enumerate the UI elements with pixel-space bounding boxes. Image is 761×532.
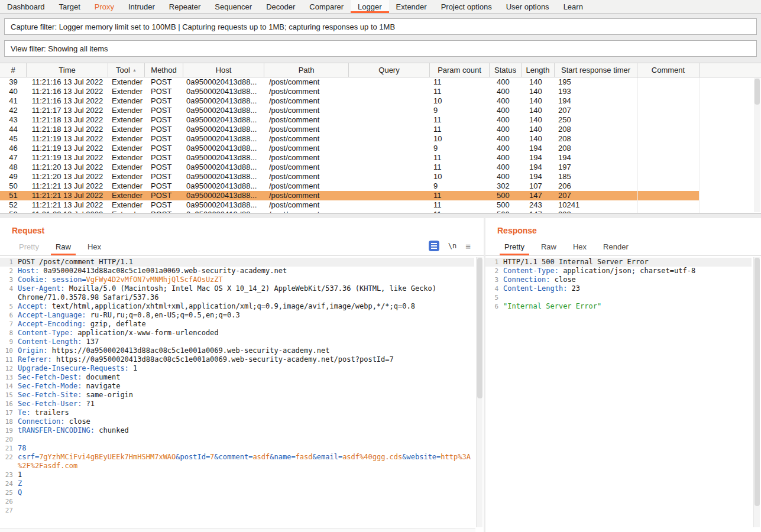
tab-intruder[interactable]: Intruder <box>121 0 162 13</box>
table-row[interactable]: 5011:21:21 13 Jul 2022ExtenderPOST0a9500… <box>0 181 700 191</box>
table-row[interactable]: 5311:21:22 13 Jul 2022ExtenderPOST0a9500… <box>0 210 700 213</box>
column-header-filler <box>700 63 761 77</box>
table-row[interactable]: 3911:21:16 13 Jul 2022ExtenderPOST0a9500… <box>0 77 700 87</box>
table-row[interactable]: 4911:21:20 13 Jul 2022ExtenderPOST0a9500… <box>0 172 700 181</box>
newline-toggle-icon[interactable]: \n <box>448 242 456 250</box>
response-tab-pretty[interactable]: Pretty <box>496 239 533 255</box>
tab-learn[interactable]: Learn <box>556 0 590 13</box>
cell-tool: Extender <box>108 153 145 163</box>
table-row[interactable]: 4511:21:19 13 Jul 2022ExtenderPOST0a9500… <box>0 134 700 144</box>
column-header-start-response-timer[interactable]: Start response timer <box>555 63 637 77</box>
response-tab-hex[interactable]: Hex <box>565 239 595 255</box>
cell-time: 11:21:18 13 Jul 2022 <box>27 125 108 134</box>
code-token: 0a9500020413d88ac08c5c1e001a0069.web-sec… <box>39 267 287 275</box>
request-tab-hex[interactable]: Hex <box>79 239 109 255</box>
code-token: Connection: <box>503 275 550 284</box>
column-header-status[interactable]: Status <box>490 63 522 77</box>
scrollbar-thumb[interactable] <box>754 258 760 506</box>
column-label: Param count <box>438 66 481 74</box>
response-tab-render[interactable]: Render <box>595 239 637 255</box>
response-tab-raw[interactable]: Raw <box>533 239 565 255</box>
cell-number: 51 <box>0 191 27 200</box>
cell-start-response-timer: 10241 <box>555 200 637 210</box>
table-row[interactable]: 5111:21:21 13 Jul 2022ExtenderPOST0a9500… <box>0 191 700 200</box>
editor-menu-icon[interactable]: ≡ <box>465 242 471 251</box>
column-label: # <box>11 66 15 74</box>
line-content: "Internal Server Error" <box>503 302 752 311</box>
column-header-time[interactable]: Time <box>27 63 108 77</box>
code-line: 8Content-Type: application/x-www-form-ur… <box>0 329 474 338</box>
cell-path: /post/comment <box>264 87 349 96</box>
cell-status: 400 <box>490 96 522 106</box>
tab-comparer[interactable]: Comparer <box>302 0 351 13</box>
request-title: Request <box>12 226 44 235</box>
table-row[interactable]: 4411:21:18 13 Jul 2022ExtenderPOST0a9500… <box>0 125 700 134</box>
tab-dashboard[interactable]: Dashboard <box>0 0 52 13</box>
column-header-path[interactable]: Path <box>264 63 349 77</box>
cell-query <box>349 144 430 153</box>
tab-target[interactable]: Target <box>52 0 88 13</box>
tab-user-options[interactable]: User options <box>499 0 556 13</box>
table-row[interactable]: 4311:21:18 13 Jul 2022ExtenderPOST0a9500… <box>0 115 700 125</box>
code-token: close <box>550 275 575 284</box>
cell-length: 194 <box>522 163 555 172</box>
code-token: 78 <box>18 444 26 452</box>
table-row[interactable]: 4011:21:16 13 Jul 2022ExtenderPOST0a9500… <box>0 87 700 96</box>
request-horizontal-scrollbar[interactable] <box>0 528 475 532</box>
request-vertical-scrollbar[interactable] <box>476 257 482 527</box>
response-editor[interactable]: 1HTTP/1.1 500 Internal Server Error2Cont… <box>485 256 761 532</box>
table-vertical-scrollbar[interactable] <box>754 78 760 212</box>
tab-decoder[interactable]: Decoder <box>259 0 302 13</box>
request-tab-pretty[interactable]: Pretty <box>11 239 47 255</box>
column-header-param-count[interactable]: Param count <box>430 63 490 77</box>
code-line: 4Content-Length: 23 <box>485 284 752 293</box>
table-row[interactable]: 4111:21:16 13 Jul 2022ExtenderPOST0a9500… <box>0 96 700 106</box>
line-content <box>18 506 474 515</box>
pretty-print-icon[interactable] <box>429 241 439 251</box>
request-editor[interactable]: 1POST /post/comment HTTP/1.12Host: 0a950… <box>0 256 484 532</box>
cell-method: POST <box>145 134 183 144</box>
cell-length: 140 <box>522 96 555 106</box>
column-header-number[interactable]: # <box>0 63 27 77</box>
table-row[interactable]: 5211:21:21 13 Jul 2022ExtenderPOST0a9500… <box>0 200 700 210</box>
column-header-tool[interactable]: Tool▲ <box>108 63 145 77</box>
cell-host: 0a9500020413d88... <box>183 172 264 181</box>
line-number: 1 <box>0 258 18 267</box>
view-filter-bar[interactable]: View filter: Showing all items <box>4 40 757 57</box>
scrollbar-thumb[interactable] <box>477 258 482 398</box>
table-row[interactable]: 4611:21:19 13 Jul 2022ExtenderPOST0a9500… <box>0 144 700 153</box>
line-number: 10 <box>0 346 18 355</box>
cell-tool: Extender <box>108 106 145 115</box>
scrollbar-thumb[interactable] <box>754 79 760 105</box>
response-vertical-scrollbar[interactable] <box>753 257 760 527</box>
column-header-query[interactable]: Query <box>349 63 430 77</box>
column-header-comment[interactable]: Comment <box>637 63 700 77</box>
cell-start-response-timer: 208 <box>555 134 637 144</box>
tab-proxy[interactable]: Proxy <box>88 0 121 13</box>
line-number: 24 <box>0 479 18 488</box>
request-tab-raw[interactable]: Raw <box>47 239 79 255</box>
table-row[interactable]: 4211:21:17 13 Jul 2022ExtenderPOST0a9500… <box>0 106 700 115</box>
column-header-length[interactable]: Length <box>522 63 555 77</box>
cell-method: POST <box>145 191 183 200</box>
cell-path: /post/comment <box>264 181 349 191</box>
table-row[interactable]: 4811:21:20 13 Jul 2022ExtenderPOST0a9500… <box>0 163 700 172</box>
horizontal-splitter[interactable] <box>0 213 761 218</box>
cell-status: 400 <box>490 163 522 172</box>
tab-sequencer[interactable]: Sequencer <box>208 0 259 13</box>
tab-repeater[interactable]: Repeater <box>162 0 208 13</box>
cell-param-count: 11 <box>430 77 490 87</box>
tab-extender[interactable]: Extender <box>389 0 434 13</box>
table-row[interactable]: 4711:21:19 13 Jul 2022ExtenderPOST0a9500… <box>0 153 700 163</box>
column-label: Start response timer <box>561 66 630 74</box>
capture-filter-bar[interactable]: Capture filter: Logger memory limit set … <box>4 18 757 35</box>
tab-project-options[interactable]: Project options <box>434 0 499 13</box>
line-number: 25 <box>0 488 18 497</box>
tab-logger[interactable]: Logger <box>351 0 388 13</box>
cell-status: 400 <box>490 153 522 163</box>
column-header-method[interactable]: Method <box>145 63 183 77</box>
cell-method: POST <box>145 87 183 96</box>
line-number: 27 <box>0 506 18 515</box>
column-header-host[interactable]: Host <box>183 63 264 77</box>
cell-start-response-timer: 197 <box>555 163 637 172</box>
